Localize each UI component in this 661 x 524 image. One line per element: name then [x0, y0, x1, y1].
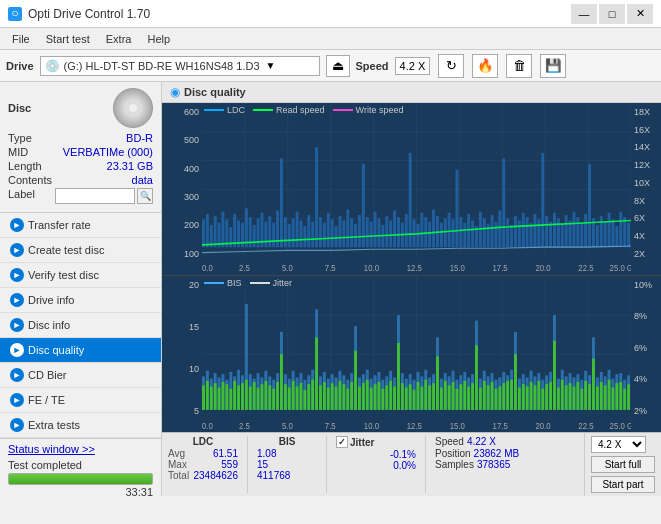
drive-selector[interactable]: 💿 (G:) HL-DT-ST BD-RE WH16NS48 1.D3 ▼ — [40, 56, 320, 76]
bis-total-val: 411768 — [257, 470, 290, 481]
svg-rect-35 — [272, 223, 275, 247]
svg-rect-98 — [518, 220, 521, 247]
maximize-button[interactable]: □ — [599, 4, 625, 24]
menu-help[interactable]: Help — [139, 31, 178, 47]
sidebar-item-fe-te[interactable]: ► FE / TE — [0, 388, 161, 413]
speed-value[interactable]: 4.2 X — [395, 57, 431, 75]
svg-rect-330 — [463, 381, 466, 410]
speed-row: Speed 4.22 X — [435, 436, 525, 448]
jitter-checkbox[interactable]: ✓ — [336, 436, 348, 448]
svg-rect-48 — [323, 223, 326, 247]
svg-rect-78 — [440, 223, 443, 247]
max-label: Max — [168, 459, 187, 470]
svg-rect-121 — [608, 213, 611, 247]
svg-rect-95 — [506, 218, 509, 247]
svg-rect-352 — [549, 382, 552, 410]
svg-rect-110 — [565, 215, 568, 247]
sidebar-item-verify-test-disc[interactable]: ► Verify test disc — [0, 263, 161, 288]
sidebar-item-create-test-disc[interactable]: ► Create test disc — [0, 238, 161, 263]
svg-rect-365 — [600, 382, 603, 410]
svg-rect-293 — [319, 385, 322, 410]
app-icon: O — [8, 7, 22, 21]
burn-button[interactable]: 🔥 — [472, 54, 498, 78]
svg-rect-60 — [370, 222, 373, 247]
svg-rect-371 — [623, 388, 626, 409]
sidebar-item-disc-info[interactable]: ► Disc info — [0, 313, 161, 338]
sidebar-item-cd-bier[interactable]: ► CD Bier — [0, 363, 161, 388]
drive-dropdown-arrow[interactable]: ▼ — [264, 60, 278, 71]
disc-label-row: Label 🔍 — [8, 188, 153, 204]
refresh-button[interactable]: ↻ — [438, 54, 464, 78]
svg-rect-114 — [580, 223, 583, 247]
y-right-10pct: 10% — [634, 280, 652, 290]
start-full-button[interactable]: Start full — [591, 456, 655, 473]
close-button[interactable]: ✕ — [627, 4, 653, 24]
svg-rect-299 — [342, 384, 345, 410]
eject-button[interactable]: ⏏ — [326, 55, 350, 77]
svg-rect-269 — [225, 384, 228, 410]
svg-rect-353 — [553, 341, 556, 410]
svg-rect-67 — [397, 217, 400, 247]
disc-label-label: Label — [8, 188, 35, 204]
app-title: Opti Drive Control 1.70 — [28, 7, 150, 21]
svg-rect-327 — [452, 382, 455, 410]
jitter-max-val: 0.0% — [393, 460, 416, 471]
divider-2 — [326, 436, 327, 493]
y-right-14x: 14X — [634, 142, 650, 152]
svg-rect-290 — [307, 384, 310, 410]
svg-rect-296 — [331, 383, 334, 410]
minimize-button[interactable]: — — [571, 4, 597, 24]
sidebar-item-disc-quality[interactable]: ► Disc quality — [0, 338, 161, 363]
y-left-15: 15 — [189, 322, 199, 332]
y-right-2x: 2X — [634, 249, 645, 259]
disc-length-row: Length 23.31 GB — [8, 160, 153, 172]
y-right-16x: 16X — [634, 125, 650, 135]
sidebar-item-transfer-rate[interactable]: ► Transfer rate — [0, 213, 161, 238]
svg-rect-289 — [303, 390, 306, 410]
top-chart-y-right: 18X 16X 14X 12X 10X 8X 6X 4X 2X — [631, 103, 661, 275]
svg-rect-50 — [331, 219, 334, 247]
svg-rect-344 — [518, 387, 521, 409]
svg-rect-107 — [553, 213, 556, 247]
sidebar-item-drive-info[interactable]: ► Drive info — [0, 288, 161, 313]
save-button[interactable]: 💾 — [540, 54, 566, 78]
disc-label-button[interactable]: 🔍 — [137, 188, 153, 204]
disc-label-input[interactable] — [55, 188, 135, 204]
status-window-button[interactable]: Status window >> — [8, 443, 153, 455]
divider-1 — [247, 436, 248, 493]
start-part-button[interactable]: Start part — [591, 476, 655, 493]
svg-rect-358 — [573, 386, 576, 409]
svg-rect-54 — [346, 209, 349, 247]
disc-header: Disc — [8, 88, 153, 128]
svg-rect-356 — [565, 385, 568, 410]
transfer-rate-label: Transfer rate — [28, 219, 91, 231]
svg-text:22.5: 22.5 — [578, 263, 594, 274]
disc-label-input-group: 🔍 — [55, 188, 153, 204]
speed-dropdown-row: 4.2 X — [591, 436, 655, 453]
svg-rect-281 — [272, 388, 275, 409]
menu-extra[interactable]: Extra — [98, 31, 140, 47]
svg-rect-93 — [498, 211, 501, 248]
svg-rect-99 — [522, 213, 525, 247]
svg-rect-264 — [206, 381, 209, 410]
svg-rect-119 — [600, 216, 603, 247]
svg-rect-263 — [202, 385, 205, 410]
svg-rect-118 — [596, 225, 599, 247]
bis-column-header: BIS — [257, 436, 317, 448]
sidebar-item-extra-tests[interactable]: ► Extra tests — [0, 413, 161, 438]
svg-text:5.0: 5.0 — [282, 263, 293, 274]
drive-label: Drive — [6, 60, 34, 72]
test-speed-dropdown[interactable]: 4.2 X — [591, 436, 646, 453]
svg-rect-82 — [456, 170, 459, 248]
y-right-8x: 8X — [634, 196, 645, 206]
menu-file[interactable]: File — [4, 31, 38, 47]
menu-start-test[interactable]: Start test — [38, 31, 98, 47]
svg-rect-40 — [292, 218, 295, 247]
svg-rect-51 — [335, 226, 338, 247]
bis-stats-block: BIS 1.08 15 411768 — [257, 436, 317, 493]
erase-button[interactable]: 🗑 — [506, 54, 532, 78]
svg-rect-89 — [483, 218, 486, 247]
disc-type-value: BD-R — [126, 132, 153, 144]
disc-mid-value: VERBATIMe (000) — [63, 146, 153, 158]
create-test-disc-label: Create test disc — [28, 244, 104, 256]
